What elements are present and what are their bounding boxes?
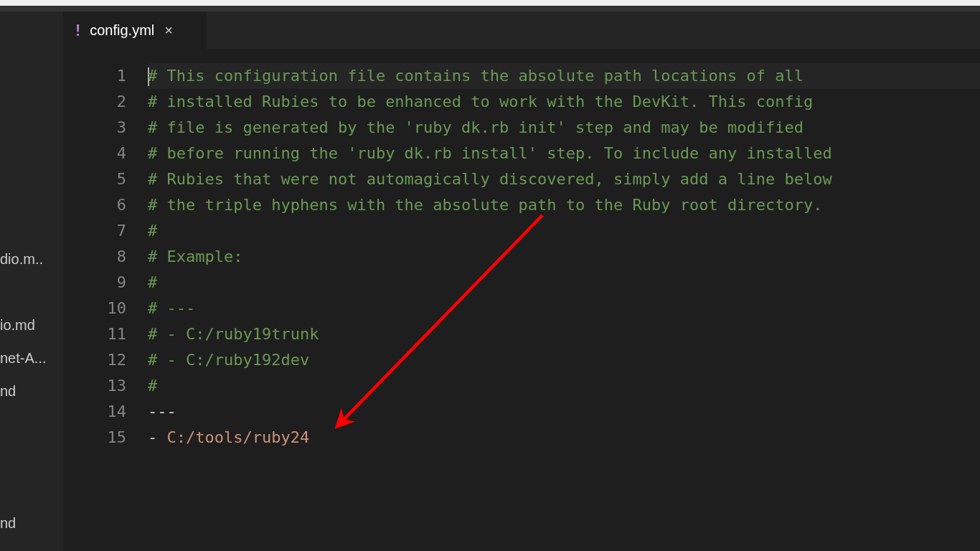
code-token: # - C:/ruby192dev xyxy=(148,351,309,369)
line-number: 13 xyxy=(63,373,148,399)
line-number: 10 xyxy=(63,296,148,321)
editor-group: ! config.yml × 123456789101112131415 # T… xyxy=(63,11,980,551)
code-line[interactable]: # xyxy=(148,373,980,399)
editor-workspace: dio.m..io.mdnet-A...ndnd ! config.yml × … xyxy=(0,11,980,551)
sidebar-file-fragment[interactable]: nd xyxy=(0,507,63,540)
title-bar-strip xyxy=(0,6,980,11)
window-frame-top xyxy=(0,0,980,6)
code-token: # This configuration file contains the a… xyxy=(148,67,804,85)
code-line[interactable]: # xyxy=(148,218,980,244)
code-token: # xyxy=(148,222,157,240)
code-token: # Example: xyxy=(148,248,242,265)
sidebar-file-fragment[interactable] xyxy=(0,209,63,242)
code-token: # xyxy=(148,377,157,395)
line-number: 15 xyxy=(63,425,148,451)
line-number: 11 xyxy=(63,321,148,347)
line-number: 5 xyxy=(63,166,148,192)
line-number: 12 xyxy=(63,347,148,373)
side-panel-fragment: dio.m..io.mdnet-A...ndnd xyxy=(0,11,63,551)
yaml-file-icon: ! xyxy=(73,22,83,39)
code-token: C:/tools/ruby24 xyxy=(167,428,310,446)
tab-bar: ! config.yml × xyxy=(63,11,980,49)
sidebar-file-fragment[interactable] xyxy=(0,276,63,309)
code-line[interactable]: # - C:/ruby19trunk xyxy=(148,321,980,347)
code-token: # file is generated by the 'ruby dk.rb i… xyxy=(148,118,804,136)
sidebar-file-fragment[interactable] xyxy=(0,474,63,507)
line-number-gutter: 123456789101112131415 xyxy=(63,63,148,551)
code-line[interactable]: # the triple hyphens with the absolute p… xyxy=(148,192,980,218)
code-area[interactable]: 123456789101112131415 # This configurati… xyxy=(63,49,980,551)
code-line[interactable]: # Example: xyxy=(148,244,980,270)
sidebar-file-fragment[interactable]: nd xyxy=(0,375,63,408)
sidebar-file-fragment[interactable] xyxy=(0,441,63,474)
line-number: 9 xyxy=(63,270,148,296)
line-number: 7 xyxy=(63,218,148,244)
tab-config-yml[interactable]: ! config.yml × xyxy=(63,11,207,49)
code-token: # xyxy=(148,273,157,291)
code-token: - xyxy=(148,428,167,446)
code-line[interactable]: # Rubies that were not automagically dis… xyxy=(148,166,980,192)
close-icon[interactable]: × xyxy=(161,21,176,40)
sidebar-file-fragment[interactable] xyxy=(0,408,63,441)
line-number: 4 xyxy=(63,141,148,166)
code-line[interactable]: # - C:/ruby192dev xyxy=(148,347,980,373)
line-number: 6 xyxy=(63,192,148,218)
code-token: # - C:/ruby19trunk xyxy=(148,325,319,343)
code-token: --- xyxy=(148,402,176,420)
code-line[interactable]: # before running the 'ruby dk.rb install… xyxy=(148,141,980,166)
line-number: 1 xyxy=(63,63,148,89)
code-line[interactable]: # This configuration file contains the a… xyxy=(148,63,980,89)
tab-title: config.yml xyxy=(90,22,154,39)
code-line[interactable]: - C:/tools/ruby24 xyxy=(148,425,980,451)
line-number: 3 xyxy=(63,115,148,141)
line-number: 2 xyxy=(63,89,148,115)
code-line[interactable]: # file is generated by the 'ruby dk.rb i… xyxy=(148,115,980,141)
line-number: 8 xyxy=(63,244,148,270)
code-token: # the triple hyphens with the absolute p… xyxy=(148,196,822,214)
code-line[interactable]: # --- xyxy=(148,296,980,321)
code-token: # before running the 'ruby dk.rb install… xyxy=(148,144,832,162)
code-token: # --- xyxy=(148,299,195,317)
sidebar-file-fragment[interactable]: io.md xyxy=(0,309,63,342)
code-token: # Rubies that were not automagically dis… xyxy=(148,170,832,188)
code-body[interactable]: # This configuration file contains the a… xyxy=(148,63,980,551)
sidebar-file-fragment[interactable]: net-A... xyxy=(0,342,63,375)
sidebar-file-fragment[interactable]: dio.m.. xyxy=(0,242,63,276)
line-number: 14 xyxy=(63,399,148,425)
code-line[interactable]: # xyxy=(148,270,980,296)
code-token: # installed Rubies to be enhanced to wor… xyxy=(148,93,813,110)
code-line[interactable]: # installed Rubies to be enhanced to wor… xyxy=(148,89,980,115)
code-line[interactable]: --- xyxy=(148,399,980,425)
